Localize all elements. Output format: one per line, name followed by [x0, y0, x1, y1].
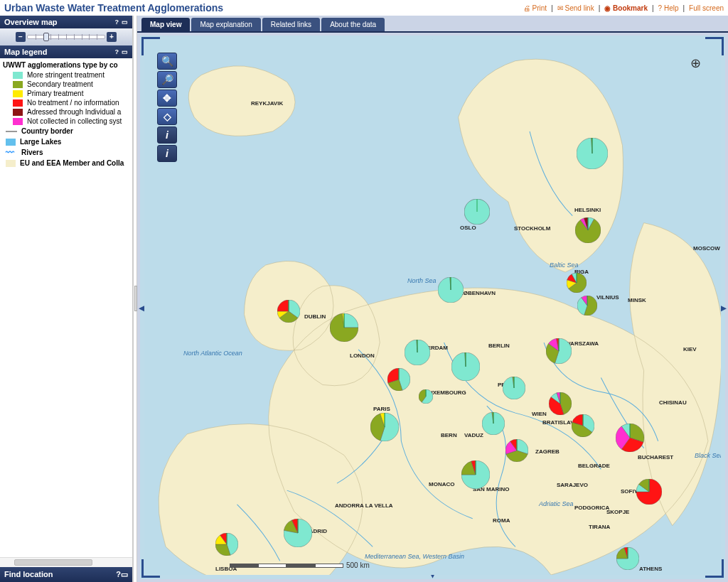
fullscreen-link[interactable]: Full screen: [689, 4, 724, 12]
legend-item: Not collected in collecting syst: [3, 117, 132, 126]
help-icon[interactable]: ?: [116, 570, 121, 578]
pie-netherlands[interactable]: [405, 340, 430, 365]
sidebar: Overview map ?▭ − + Map legend ?▭ UWWT a…: [0, 16, 133, 582]
legend-body: UWWT agglomerations type by co More stri…: [0, 58, 132, 557]
tabs: Map viewMap explanationRelated linksAbou…: [137, 16, 728, 33]
pie-sweden-s[interactable]: [575, 217, 601, 243]
lakes-swatch-icon: [6, 139, 16, 146]
legend-eu: EU and EEA Member and Colla: [3, 158, 132, 168]
legend-lakes: Large Lakes: [3, 136, 132, 147]
eu-swatch-icon: [6, 160, 16, 167]
zoom-slider[interactable]: [27, 35, 105, 39]
zoom-in-button[interactable]: +: [107, 32, 117, 42]
pie-poland[interactable]: [546, 338, 572, 364]
swatch-icon: [13, 109, 23, 116]
legend-border: Country border: [3, 126, 132, 136]
overview-header[interactable]: Overview map ?▭: [0, 16, 132, 28]
zoom-thumb[interactable]: [43, 33, 49, 41]
collapse-icon[interactable]: ▭: [122, 18, 128, 26]
tab-expl[interactable]: Map explanation: [191, 18, 260, 31]
find-location-title: Find location: [4, 570, 53, 579]
find-location-header[interactable]: Find location ?▭: [0, 567, 132, 582]
pie-germany[interactable]: [451, 352, 480, 381]
legend-item: More stringent treatment: [3, 70, 132, 80]
pie-greece[interactable]: [616, 547, 639, 570]
send-link[interactable]: ✉ Send link: [557, 4, 594, 12]
map-viewport[interactable]: ▴ ▾ ◂ ▸: [137, 33, 728, 582]
overview-zoom-bar: − +: [0, 28, 132, 45]
legend-item-label: Primary treatment: [27, 90, 83, 97]
swatch-icon: [13, 99, 23, 107]
help-icon[interactable]: ?: [115, 18, 119, 26]
legend-rivers: 〰 Rivers: [3, 147, 132, 158]
bookmark-link[interactable]: ◉ Bookmark: [604, 4, 648, 12]
pie-austria[interactable]: [482, 412, 505, 435]
pie-ireland[interactable]: [277, 300, 300, 323]
legend-item: Secondary treatment: [3, 80, 132, 89]
pie-luxembourg[interactable]: [419, 389, 433, 404]
pie-czech[interactable]: [503, 377, 525, 399]
legend-title: Map legend: [4, 48, 115, 56]
pie-lithuania[interactable]: [577, 296, 597, 316]
pie-uk[interactable]: [330, 313, 358, 342]
legend-header[interactable]: Map legend ?▭: [0, 45, 132, 58]
pie-belgium[interactable]: [387, 368, 410, 391]
legend-item: Primary treatment: [3, 89, 132, 98]
pan-right-button[interactable]: ▸: [720, 300, 727, 316]
tab-view[interactable]: Map view: [141, 18, 190, 31]
legend-item-label: More stringent treatment: [27, 71, 105, 79]
pie-latvia[interactable]: [567, 273, 587, 293]
legend-item-label: Adressed through Individual a: [27, 108, 121, 116]
tab-links[interactable]: Related links: [262, 18, 320, 31]
pie-france[interactable]: [370, 413, 399, 441]
zoom-out-button[interactable]: −: [16, 32, 26, 42]
scalebar: 500 km: [230, 561, 370, 569]
swatch-icon: [13, 118, 23, 125]
main-area: Map viewMap explanationRelated linksAbou…: [137, 16, 728, 582]
pie-finland-n[interactable]: [577, 138, 608, 169]
pie-denmark[interactable]: [438, 277, 464, 303]
expand-icon[interactable]: ▭: [121, 570, 128, 578]
pie-portugal[interactable]: [215, 533, 238, 556]
swatch-icon: [13, 90, 23, 97]
tool-layers[interactable]: i: [157, 145, 177, 162]
sidebar-hscrollbar[interactable]: [0, 557, 132, 567]
help-link[interactable]: ? Help: [658, 4, 679, 12]
pie-spain[interactable]: [284, 519, 312, 547]
map-canvas[interactable]: 🔍 🔎 ✥ ◇ i i ⊕ North SeaNorth Atlantic Oc…: [144, 40, 721, 575]
legend-group-title: UWWT agglomerations type by co: [3, 60, 132, 70]
basemap: [144, 40, 721, 575]
legend-item-label: Secondary treatment: [27, 80, 93, 88]
tool-zoom-in[interactable]: 🔍: [157, 53, 177, 70]
legend-item: Adressed through Individual a: [3, 107, 132, 117]
pie-norway[interactable]: [464, 199, 490, 225]
print-link[interactable]: 🖨 Print: [523, 4, 547, 12]
pie-hungary[interactable]: [549, 392, 572, 415]
legend-item-label: No treatment / no information: [27, 99, 119, 107]
pie-slovenia[interactable]: [505, 439, 528, 462]
swatch-icon: [13, 72, 23, 79]
pie-romania[interactable]: [616, 424, 644, 452]
tool-pan[interactable]: ✥: [157, 90, 177, 107]
collapse-icon[interactable]: ▭: [122, 48, 128, 55]
rivers-wave-icon: 〰: [6, 150, 17, 156]
tool-info[interactable]: i: [157, 126, 177, 144]
full-extent-icon[interactable]: ⊕: [690, 55, 701, 71]
tool-identify[interactable]: ◇: [157, 108, 177, 125]
pie-slovakia[interactable]: [572, 414, 594, 437]
tab-about[interactable]: About the data: [321, 18, 385, 31]
pie-italy[interactable]: [461, 460, 490, 489]
map-toolbar: 🔍 🔎 ✥ ◇ i i: [157, 53, 177, 162]
top-links: 🖨 Print| ✉ Send link| ◉ Bookmark| ? Help…: [523, 4, 724, 12]
scalebar-label: 500 km: [346, 561, 370, 569]
tool-zoom-out[interactable]: 🔎: [157, 71, 177, 88]
legend-item-label: Not collected in collecting syst: [27, 117, 122, 125]
overview-title: Overview map: [4, 18, 115, 26]
legend-item: No treatment / no information: [3, 98, 132, 107]
page-title: Urban Waste Water Treatment Agglomeratio…: [4, 2, 223, 14]
help-icon[interactable]: ?: [115, 48, 119, 55]
swatch-icon: [13, 81, 23, 88]
border-line-icon: [6, 131, 17, 132]
pie-bulgaria[interactable]: [636, 479, 662, 505]
